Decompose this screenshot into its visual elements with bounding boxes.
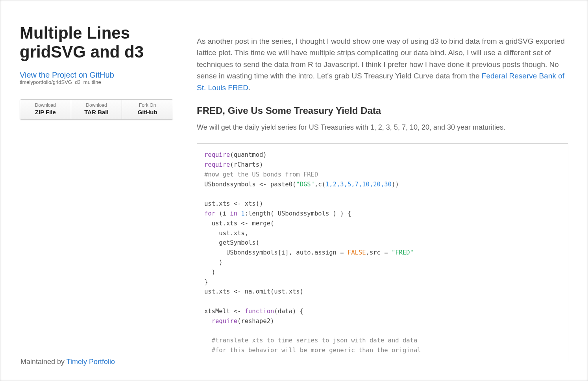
code-token: (i	[215, 210, 230, 217]
fork-github-button[interactable]: Fork On GitHub	[122, 100, 173, 120]
code-token: USbondssymbols[i], auto.assign =	[204, 249, 348, 256]
code-token: :length( USbondssymbols ) ) {	[245, 210, 351, 217]
code-string: "FRED"	[392, 249, 414, 256]
download-zip-small: Download	[22, 103, 69, 108]
code-token: xtsMelt <-	[204, 308, 245, 315]
maintained-by: Maintained by Timely Portfolio	[20, 358, 115, 366]
code-token: getSymbols(	[204, 239, 259, 246]
download-zip-big: ZIP File	[35, 109, 56, 115]
page-title: Multiple Lines gridSVG and d3	[20, 24, 173, 62]
code-token: (reshape2)	[237, 318, 274, 325]
download-tar-button[interactable]: Download TAR Ball	[71, 100, 122, 120]
code-string: "DGS"	[296, 181, 314, 188]
download-button-row: Download ZIP File Download TAR Ball Fork…	[20, 99, 173, 120]
code-token: )	[204, 259, 223, 266]
code-token: require	[204, 151, 230, 158]
code-token: ))	[392, 181, 399, 188]
code-token	[204, 318, 212, 325]
code-token: (rCharts)	[230, 161, 263, 168]
section-heading: FRED, Give Us Some Treasury Yield Data	[197, 105, 568, 116]
download-zip-button[interactable]: Download ZIP File	[20, 100, 71, 120]
code-token: (data) {	[274, 308, 303, 315]
fork-github-big: GitHub	[138, 109, 157, 115]
code-token: ust.xts <- xts()	[204, 200, 263, 207]
code-comment: #now get the US bonds from FRED	[204, 171, 318, 178]
code-token: require	[204, 161, 230, 168]
sidebar: Multiple Lines gridSVG and d3 View the P…	[20, 24, 173, 362]
code-number: 1	[241, 210, 244, 217]
code-token: )	[204, 269, 215, 276]
code-token: ,src =	[366, 249, 392, 256]
download-tar-small: Download	[73, 103, 120, 108]
code-token: }	[204, 279, 208, 286]
code-token: ust.xts,	[204, 230, 248, 237]
code-token: USbondssymbols <- paste0(	[204, 181, 296, 188]
section-subtext: We will get the daily yield series for U…	[197, 123, 568, 132]
code-token	[237, 210, 241, 217]
code-number: 1,2,3,5,7,10,20,30	[325, 181, 392, 188]
code-token: ,c(	[314, 181, 325, 188]
download-tar-big: TAR Ball	[84, 109, 108, 115]
main-content: As another post in the series, I thought…	[173, 24, 568, 362]
code-bool: FALSE	[348, 249, 366, 256]
code-token: ust.xts <- na.omit(ust.xts)	[204, 288, 303, 295]
code-comment: #translate xts to time series to json wi…	[204, 337, 417, 344]
maintainer-link[interactable]: Timely Portfolio	[67, 358, 115, 366]
code-keyword: for	[204, 210, 215, 217]
code-keyword: in	[230, 210, 237, 217]
code-token: (quantmod)	[230, 151, 266, 158]
project-github-link[interactable]: View the Project on GitHub	[20, 71, 173, 79]
code-block: require(quantmod) require(rCharts) #now …	[197, 143, 568, 362]
code-token: ust.xts <- merge(	[204, 220, 274, 227]
intro-text-suffix: .	[248, 84, 250, 92]
intro-paragraph: As another post in the series, I thought…	[197, 35, 568, 93]
fork-github-small: Fork On	[124, 103, 171, 108]
code-comment: #for this behavior will be more generic …	[204, 347, 421, 354]
repo-path: timelyportfolio/gridSVG_d3_multline	[20, 79, 173, 85]
code-keyword: require	[212, 318, 237, 325]
maintained-prefix: Maintained by	[20, 358, 67, 366]
code-keyword: function	[245, 308, 274, 315]
